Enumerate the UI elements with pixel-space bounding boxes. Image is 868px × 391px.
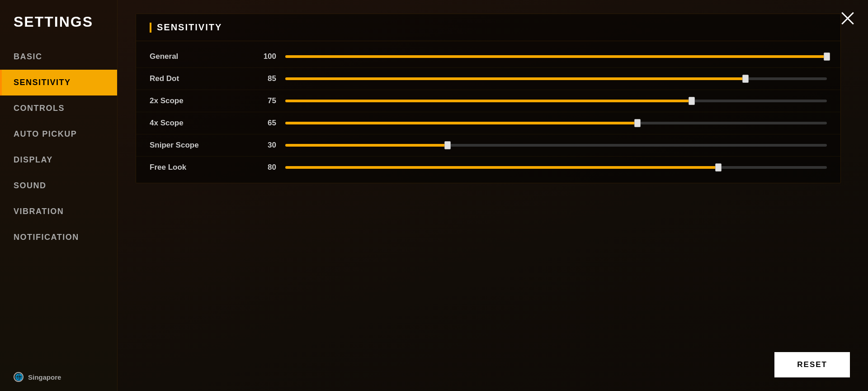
slider-value-general: 100 <box>249 52 276 61</box>
slider-track-sniper-scope[interactable] <box>285 141 827 150</box>
slider-fill-general <box>285 55 827 58</box>
close-button[interactable] <box>836 7 859 29</box>
sidebar-item-sensitivity[interactable]: SENSITIVITY <box>0 70 117 95</box>
slider-track-2x-scope[interactable] <box>285 96 827 105</box>
panel-header-accent <box>150 23 151 33</box>
main-layout: SETTINGS BASICSENSITIVITYCONTROLSAUTO PI… <box>0 0 868 391</box>
slider-row-sniper-scope: Sniper Scope30 <box>136 134 840 157</box>
slider-thumb-4x-scope[interactable] <box>634 119 641 127</box>
slider-thumb-red-dot[interactable] <box>742 75 749 83</box>
region-label: Singapore <box>28 373 61 381</box>
slider-label-sniper-scope: Sniper Scope <box>150 141 249 150</box>
sidebar-item-auto-pickup[interactable]: AUTO PICKUP <box>0 121 117 147</box>
slider-row-general: General100 <box>136 46 840 68</box>
slider-fill-4x-scope <box>285 122 637 124</box>
slider-row-free-look: Free Look80 <box>136 157 840 178</box>
sidebar-item-sound[interactable]: SOUND <box>0 173 117 199</box>
slider-label-free-look: Free Look <box>150 163 249 172</box>
slider-fill-2x-scope <box>285 100 692 102</box>
slider-label-general: General <box>150 52 249 61</box>
sidebar-footer: 🌐 Singapore <box>0 363 117 391</box>
sidebar: SETTINGS BASICSENSITIVITYCONTROLSAUTO PI… <box>0 0 118 391</box>
slider-fill-free-look <box>285 166 718 169</box>
slider-value-2x-scope: 75 <box>249 96 276 105</box>
globe-icon: 🌐 <box>14 372 24 382</box>
panel-header: SENSITIVITY <box>136 14 840 41</box>
slider-value-red-dot: 85 <box>249 74 276 83</box>
slider-thumb-2x-scope[interactable] <box>689 97 695 105</box>
sliders-list: General100Red Dot852x Scope754x Scope65S… <box>136 41 840 183</box>
slider-row-4x-scope: 4x Scope65 <box>136 112 840 134</box>
slider-label-red-dot: Red Dot <box>150 74 249 83</box>
slider-fill-sniper-scope <box>285 144 448 147</box>
slider-fill-red-dot <box>285 77 745 80</box>
slider-label-2x-scope: 2x Scope <box>150 96 249 105</box>
panel-title: SENSITIVITY <box>157 22 222 33</box>
sidebar-item-controls[interactable]: CONTROLS <box>0 95 117 121</box>
app-title: SETTINGS <box>0 9 117 44</box>
slider-thumb-free-look[interactable] <box>715 163 722 172</box>
slider-label-4x-scope: 4x Scope <box>150 119 249 128</box>
slider-thumb-sniper-scope[interactable] <box>444 141 451 149</box>
slider-track-general[interactable] <box>285 52 827 61</box>
slider-value-4x-scope: 65 <box>249 119 276 128</box>
slider-track-red-dot[interactable] <box>285 74 827 83</box>
sidebar-item-basic[interactable]: BASIC <box>0 44 117 70</box>
sidebar-item-display[interactable]: DISPLAY <box>0 147 117 173</box>
slider-row-red-dot: Red Dot85 <box>136 68 840 90</box>
sidebar-item-notification[interactable]: NOTIFICATION <box>0 224 117 250</box>
slider-track-4x-scope[interactable] <box>285 119 827 128</box>
sensitivity-panel: SENSITIVITY General100Red Dot852x Scope7… <box>136 14 841 183</box>
slider-thumb-general[interactable] <box>824 52 830 61</box>
content-area: SENSITIVITY General100Red Dot852x Scope7… <box>118 0 868 391</box>
slider-track-free-look[interactable] <box>285 163 827 172</box>
sidebar-nav: BASICSENSITIVITYCONTROLSAUTO PICKUPDISPL… <box>0 44 117 363</box>
reset-button[interactable]: RESET <box>774 352 850 377</box>
slider-value-free-look: 80 <box>249 163 276 172</box>
sidebar-item-vibration[interactable]: VIBRATION <box>0 199 117 224</box>
slider-row-2x-scope: 2x Scope75 <box>136 90 840 112</box>
slider-value-sniper-scope: 30 <box>249 141 276 150</box>
